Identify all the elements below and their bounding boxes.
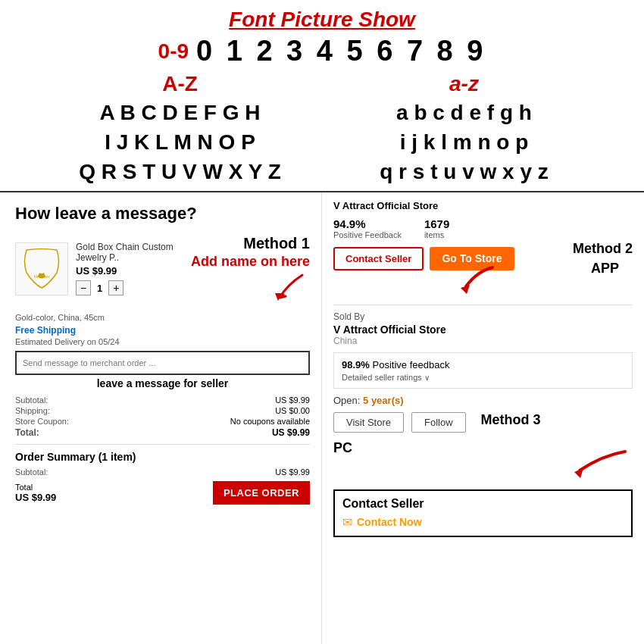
order-final-total: Total US $9.99 — [15, 483, 56, 503]
uppercase-col: A-Z A B C D E F G H I J K L M N O P Q R … — [38, 72, 322, 187]
qty-increase-btn[interactable]: + — [108, 280, 123, 295]
font-display-section: Font Picture Show 0-9 0 1 2 3 4 5 6 7 8 … — [0, 0, 644, 192]
uppercase-label: A-Z — [38, 72, 322, 96]
order-total-price: US $9.99 — [15, 492, 56, 503]
digits-chars: 0 1 2 3 4 5 6 7 8 9 — [196, 35, 486, 67]
order-subtotal-row: Subtotal: US $9.99 — [15, 467, 310, 477]
method1-annotation: Method 1 Add name on here — [191, 231, 310, 307]
digits-label: 0-9 — [158, 39, 189, 64]
contact-seller-box-title: Contact Seller — [342, 497, 624, 511]
method2-annotation: Method 2 — [573, 241, 633, 257]
order-total-label: Total — [15, 483, 56, 492]
positive-feedback-stat: 94.9% Positive Feedback — [333, 217, 402, 239]
lowercase-label: a-z — [322, 72, 606, 96]
subtotal-row: Subtotal: US $9.99 — [15, 395, 310, 405]
digits-row: 0-9 0 1 2 3 4 5 6 7 8 9 — [15, 35, 629, 67]
shipping-value: US $0.00 — [275, 406, 310, 415]
lowercase-row2: i j k l m n o p — [322, 127, 606, 157]
font-show-title: Font Picture Show — [15, 8, 629, 32]
country-label: China — [333, 336, 633, 346]
shipping-label: Shipping: — [15, 406, 50, 415]
coupon-label: Store Coupon: — [15, 417, 69, 426]
qty-decrease-btn[interactable]: − — [76, 280, 91, 295]
est-delivery: Estimated Delivery on 05/24 — [15, 337, 310, 346]
bottom-section: How leave a message? Women Gold Box Chai… — [0, 192, 644, 644]
method2-arrow — [439, 264, 500, 302]
feedback-pct: 98.9% — [342, 359, 370, 370]
place-order-button[interactable]: PLACE ORDER — [213, 481, 310, 505]
uppercase-row3: Q R S T U V W X Y Z — [38, 157, 322, 186]
order-subtotal: Subtotal: US $9.99 — [15, 467, 310, 477]
total-row: Total: US $9.99 — [15, 427, 310, 438]
uppercase-row1: A B C D E F G H — [38, 98, 322, 127]
contact-seller-box: Contact Seller ✉ Contact Now — [333, 489, 633, 537]
sold-by-section: Sold By V Attract Official Store China — [333, 311, 633, 346]
method2-label: Method 2 — [573, 241, 633, 256]
open-years: Open: 5 year(s) — [333, 395, 633, 406]
coupon-row: Store Coupon: No coupons available — [15, 417, 310, 426]
items-value: 1679 — [424, 217, 449, 230]
lowercase-row3: q r s t u v w x y z — [322, 157, 606, 186]
chevron-down-icon: ∨ — [424, 374, 430, 382]
subtotal-value: US $9.99 — [275, 395, 310, 405]
method3-label: Method 3 — [481, 412, 541, 433]
message-label: leave a message for seller — [15, 377, 310, 389]
product-name: Gold Box Chain Custom Jewelry P.. — [76, 242, 183, 263]
alphabet-section: A-Z A B C D E F G H I J K L M N O P Q R … — [15, 72, 629, 187]
order-summary-title: Order Summary (1 item) — [15, 451, 310, 463]
message-input[interactable] — [15, 351, 310, 375]
method3-arrow — [542, 448, 633, 486]
feedback-box: 98.9% Positive feedback Detailed seller … — [333, 352, 633, 389]
necklace-icon: Women — [19, 246, 64, 292]
store-name-header: V Attract Official Store — [333, 200, 633, 211]
feedback-text: 98.9% Positive feedback — [342, 359, 624, 370]
method1-arrow — [272, 274, 310, 304]
uppercase-row2: I J K L M N O P — [38, 127, 322, 157]
items-label: items — [424, 230, 449, 239]
place-order-row: Total US $9.99 PLACE ORDER — [15, 481, 310, 505]
feedback-description: Positive feedback — [373, 359, 450, 370]
envelope-icon: ✉ — [342, 515, 352, 530]
positive-feedback-label: Positive Feedback — [333, 230, 402, 239]
store-name-bold: V Attract Official Store — [333, 324, 633, 336]
svg-text:Women: Women — [34, 274, 50, 279]
sold-by-label: Sold By — [333, 311, 633, 322]
divider — [15, 444, 310, 445]
app-label: APP — [591, 261, 619, 277]
product-variant: Gold-color, China, 45cm — [15, 313, 310, 322]
open-label: Open: — [333, 395, 360, 406]
quantity-row: − 1 + — [76, 280, 183, 295]
subtotal-label: Subtotal: — [15, 395, 48, 405]
total-value: US $9.99 — [272, 427, 310, 438]
contact-now-text[interactable]: Contact Now — [357, 516, 422, 528]
pc-label: PC — [333, 440, 352, 456]
open-years-value: 5 year(s) — [363, 395, 403, 406]
visit-follow-row: Visit Store Follow Method 3 — [333, 412, 633, 433]
app-text: APP — [591, 261, 619, 276]
action-buttons-wrapper: Contact Seller Go To Store Method 2 APP — [333, 247, 633, 270]
contact-seller-button[interactable]: Contact Seller — [333, 247, 424, 270]
feedback-detail: Detailed seller ratings ∨ — [342, 373, 624, 382]
lowercase-col: a-z a b c d e f g h i j k l m n o p q r … — [322, 72, 606, 187]
product-price: US $9.99 — [76, 265, 183, 277]
total-label: Total: — [15, 427, 39, 438]
visit-store-button[interactable]: Visit Store — [333, 412, 404, 433]
add-name-label: Add name on here — [191, 254, 310, 270]
order-totals: Subtotal: US $9.99 Shipping: US $0.00 St… — [15, 395, 310, 438]
product-card: Women Gold Box Chain Custom Jewelry P.. … — [15, 231, 310, 307]
positive-feedback-value: 94.9% — [333, 217, 402, 230]
order-subtotal-value: US $9.99 — [275, 467, 310, 477]
left-panel: How leave a message? Women Gold Box Chai… — [0, 192, 322, 644]
lowercase-row1: a b c d e f g h — [322, 98, 606, 127]
how-to-title: How leave a message? — [15, 204, 310, 224]
qty-value: 1 — [97, 283, 102, 294]
method1-label: Method 1 — [191, 235, 310, 252]
free-shipping: Free Shipping — [15, 325, 310, 336]
follow-button[interactable]: Follow — [411, 412, 466, 433]
product-info: Gold Box Chain Custom Jewelry P.. US $9.… — [76, 242, 183, 295]
coupon-value: No coupons available — [230, 417, 310, 426]
right-divider1 — [333, 305, 633, 305]
shipping-row: Shipping: US $0.00 — [15, 406, 310, 415]
right-panel: V Attract Official Store 94.9% Positive … — [322, 192, 644, 644]
items-stat: 1679 items — [424, 217, 449, 239]
